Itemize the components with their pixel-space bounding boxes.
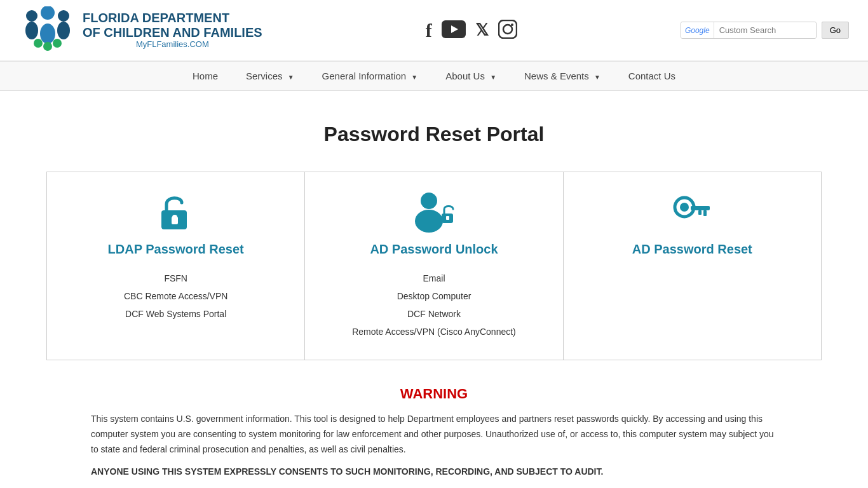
ldap-card-items: FSFN CBC Remote Access/VPN DCF Web Syste… <box>60 269 292 323</box>
ldap-item-dcf-web: DCF Web Systems Portal <box>60 305 292 323</box>
logo-text: FLORIDA DEPARTMENT OF CHILDREN AND FAMIL… <box>83 11 262 50</box>
general-dropdown-arrow: ▼ <box>411 74 417 81</box>
logo-area: FLORIDA DEPARTMENT OF CHILDREN AND FAMIL… <box>19 6 262 54</box>
nav-item-news: News & Events ▼ <box>510 62 614 90</box>
about-dropdown-arrow: ▼ <box>490 74 496 81</box>
svg-point-18 <box>415 210 443 233</box>
nav-link-news[interactable]: News & Events ▼ <box>510 62 614 90</box>
ad-unlock-item-vpn: Remote Access/VPN (Cisco AnyConnect) <box>318 323 550 341</box>
nav-item-services: Services ▼ <box>232 62 308 90</box>
logo-title-line1: FLORIDA DEPARTMENT <box>83 11 262 25</box>
ad-unlock-card-title[interactable]: AD Password Unlock <box>318 242 550 257</box>
svg-rect-20 <box>446 216 449 220</box>
warning-body: This system contains U.S. government inf… <box>91 412 777 457</box>
ldap-icon-area <box>60 191 292 233</box>
lock-open-icon <box>155 191 196 233</box>
svg-point-22 <box>680 203 689 212</box>
search-input-wrapper: Google <box>681 22 817 39</box>
nav-item-contact: Contact Us <box>614 62 689 90</box>
nav-item-home: Home <box>179 62 232 90</box>
svg-point-1 <box>41 6 55 20</box>
instagram-link[interactable] <box>498 20 517 41</box>
key-icon <box>672 191 713 233</box>
nav-link-services[interactable]: Services ▼ <box>232 62 308 90</box>
warning-title: WARNING <box>91 386 777 402</box>
user-key-icon <box>410 191 458 233</box>
svg-point-13 <box>511 24 513 26</box>
page-title: Password Reset Portal <box>46 123 822 146</box>
ad-reset-card: AD Password Reset <box>564 172 821 360</box>
nav-item-about: About Us ▼ <box>431 62 510 90</box>
ad-unlock-item-network: DCF Network <box>318 305 550 323</box>
svg-point-5 <box>57 22 70 39</box>
news-dropdown-arrow: ▼ <box>594 74 600 81</box>
main-content: Password Reset Portal LDAP Password Rese… <box>21 91 847 488</box>
search-button[interactable]: Go <box>822 22 849 39</box>
ad-unlock-item-email: Email <box>318 269 550 287</box>
youtube-icon <box>442 20 466 38</box>
ad-unlock-card: AD Password Unlock Email Desktop Compute… <box>305 172 563 360</box>
ldap-item-fsfn: FSFN <box>60 269 292 287</box>
instagram-icon <box>498 20 517 39</box>
svg-point-7 <box>43 42 52 51</box>
youtube-link[interactable] <box>442 20 466 40</box>
main-nav: Home Services ▼ General Information ▼ Ab… <box>0 61 868 91</box>
search-input[interactable] <box>714 22 816 38</box>
svg-point-12 <box>503 25 512 34</box>
warning-section: WARNING This system contains U.S. govern… <box>85 386 783 477</box>
google-label: Google <box>681 22 714 38</box>
cards-container: LDAP Password Reset FSFN CBC Remote Acce… <box>46 172 822 360</box>
svg-rect-24 <box>703 210 707 216</box>
ad-reset-icon-area <box>576 191 808 233</box>
facebook-link[interactable]: f <box>426 20 432 41</box>
ldap-item-cbc: CBC Remote Access/VPN <box>60 287 292 305</box>
nav-link-about[interactable]: About Us ▼ <box>431 62 510 90</box>
site-header: FLORIDA DEPARTMENT OF CHILDREN AND FAMIL… <box>0 0 868 61</box>
nav-list: Home Services ▼ General Information ▼ Ab… <box>0 62 868 90</box>
svg-point-4 <box>40 24 55 44</box>
svg-point-0 <box>26 10 37 22</box>
ldap-card-title[interactable]: LDAP Password Reset <box>60 242 292 257</box>
svg-point-3 <box>25 22 38 39</box>
svg-point-6 <box>34 39 43 48</box>
search-area: Google Go <box>681 22 849 39</box>
svg-point-17 <box>421 193 437 209</box>
logo-title-line2: OF CHILDREN AND FAMILIES <box>83 25 262 40</box>
ad-unlock-item-desktop: Desktop Computer <box>318 287 550 305</box>
social-icons: f 𝕏 <box>426 20 517 41</box>
svg-rect-11 <box>499 20 517 38</box>
ad-unlock-icon-area <box>318 191 550 233</box>
nav-link-contact[interactable]: Contact Us <box>614 62 689 90</box>
svg-rect-25 <box>698 210 702 215</box>
logo-subtitle: MyFLFamilies.COM <box>83 40 262 50</box>
twitter-link[interactable]: 𝕏 <box>475 20 489 40</box>
svg-point-8 <box>53 39 62 48</box>
nav-item-general: General Information ▼ <box>308 62 432 90</box>
svg-point-16 <box>172 215 177 220</box>
logo-icon <box>19 6 76 54</box>
nav-link-general[interactable]: General Information ▼ <box>308 62 432 90</box>
svg-rect-23 <box>691 206 710 210</box>
ldap-card: LDAP Password Reset FSFN CBC Remote Acce… <box>47 172 305 360</box>
services-dropdown-arrow: ▼ <box>288 74 294 81</box>
svg-point-2 <box>58 10 69 22</box>
ad-unlock-card-items: Email Desktop Computer DCF Network Remot… <box>318 269 550 341</box>
nav-link-home[interactable]: Home <box>179 62 232 90</box>
ad-reset-card-title[interactable]: AD Password Reset <box>576 242 808 257</box>
warning-bold-text: ANYONE USING THIS SYSTEM EXPRESSLY CONSE… <box>91 466 777 477</box>
